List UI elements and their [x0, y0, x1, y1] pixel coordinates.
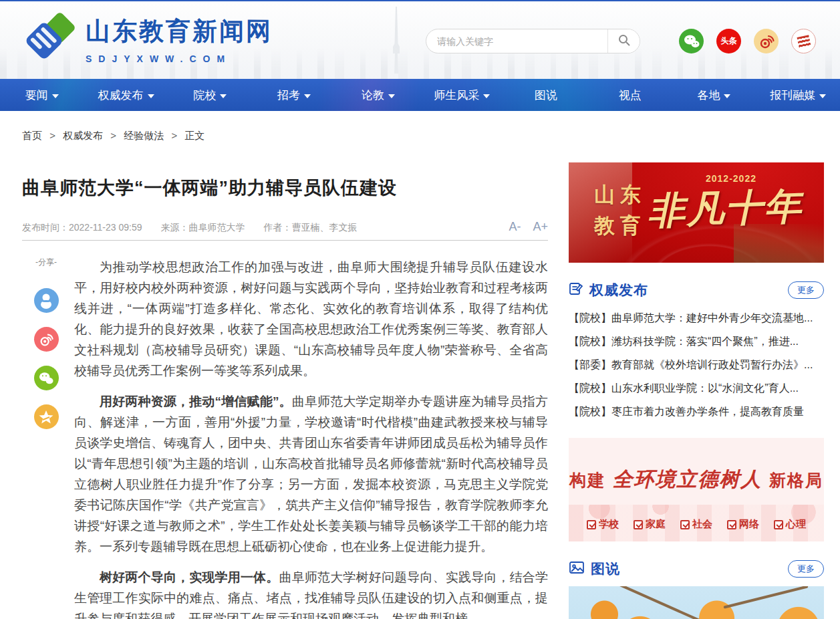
nav-item-shishengfengcai[interactable]: 师生风采: [420, 79, 505, 111]
check-icon: [680, 520, 690, 529]
pictorial-section-header: 图说 更多: [569, 560, 824, 578]
env-tag: 社会: [680, 518, 712, 531]
search-icon: [617, 33, 631, 49]
share-label: -分享-: [22, 257, 70, 268]
env-tag: 家庭: [634, 518, 666, 531]
qq-share-icon[interactable]: [34, 288, 59, 313]
picture-icon: [569, 560, 585, 578]
nav-item-lunjiao[interactable]: 论教: [336, 79, 420, 111]
paragraph: 为推动学校思想政治工作的加强与改进，曲阜师大围绕提升辅导员队伍建设水平，用好校内…: [74, 257, 548, 381]
list-item[interactable]: 【部委】教育部就《校外培训行政处罚暂行办法》...: [569, 353, 824, 376]
chevron-down-icon: [220, 94, 227, 98]
nav-item-gedi[interactable]: 各地: [672, 79, 756, 111]
more-button-pictorial[interactable]: 更多: [788, 560, 824, 578]
chevron-down-icon: [483, 94, 490, 98]
article-author: 作者：曹亚楠、李文振: [264, 222, 358, 234]
page-title: 曲阜师范大学“一体两端”助力辅导员队伍建设: [22, 176, 548, 200]
nav-item-zhaokao[interactable]: 招考: [252, 79, 336, 111]
chevron-down-icon: [52, 94, 59, 98]
chevron-down-icon: [819, 94, 826, 98]
list-item[interactable]: 【院校】枣庄市着力改善办学条件，提高教育质量: [569, 400, 824, 423]
check-icon: [727, 520, 736, 529]
share-rail: -分享-: [22, 257, 70, 619]
authoritative-list: 【院校】曲阜师范大学：建好中外青少年交流基地... 【院校】潍坊科技学院：落实“…: [569, 306, 824, 423]
list-item[interactable]: 【院校】潍坊科技学院：落实“四个聚焦”，推进...: [569, 330, 824, 353]
env-banner-main: 全环境立德树人: [613, 468, 762, 490]
font-increase-button[interactable]: A+: [533, 220, 548, 234]
nav-item-quanweifabu[interactable]: 权威发布: [84, 79, 168, 111]
article-column: 曲阜师范大学“一体两端”助力辅导员队伍建设 发布时间：2022-11-23 09…: [22, 162, 548, 619]
article-meta: 发布时间：2022-11-23 09:59 来源：曲阜师范大学 作者：曹亚楠、李…: [22, 220, 548, 234]
sdjyxww-logo-icon[interactable]: [791, 29, 816, 53]
breadcrumb-subsection[interactable]: 经验做法: [124, 130, 164, 141]
toutiao-icon[interactable]: 头条: [716, 29, 741, 53]
nav-item-shidian[interactable]: 视点: [588, 79, 672, 111]
site-domain: SDJYXWW.COM: [86, 53, 273, 64]
social-links: 头条: [679, 29, 816, 53]
pictorial-photo-persimmons[interactable]: [569, 586, 824, 619]
breadcrumb: 首页 > 权威发布 > 经验做法 > 正文: [22, 130, 840, 142]
weibo-icon[interactable]: [754, 29, 779, 53]
decade-banner[interactable]: 山东 教育 2012-2022 非凡十年: [569, 162, 824, 263]
qzone-share-icon[interactable]: [34, 404, 59, 429]
nav-item-tushuo[interactable]: 图说: [504, 79, 588, 111]
list-item[interactable]: 【院校】山东水利职业学院：以“水润文化”育人...: [569, 376, 824, 400]
chevron-down-icon: [304, 94, 311, 98]
section-title-pictorial: 图说: [591, 560, 620, 578]
breadcrumb-home[interactable]: 首页: [22, 130, 42, 141]
meta-divider: [22, 240, 548, 241]
search-button[interactable]: [607, 29, 640, 53]
list-item[interactable]: 【院校】曲阜师范大学：建好中外青少年交流基地...: [569, 306, 824, 330]
env-tag: 学校: [587, 518, 619, 531]
breadcrumb-section[interactable]: 权威发布: [63, 130, 103, 141]
article-source: 来源：曲阜师范大学: [161, 222, 245, 234]
env-tag: 网络: [727, 518, 759, 531]
site-name: 山东教育新闻网: [86, 15, 273, 48]
authoritative-section-header: 权威发布 更多: [569, 281, 824, 299]
toutiao-label: 头条: [721, 35, 737, 47]
check-icon: [634, 520, 643, 529]
chevron-down-icon: [388, 94, 395, 98]
banner-region-line1: 山东: [594, 180, 646, 211]
banner-years: 2012-2022: [706, 173, 756, 184]
nav-item-baokanrongmei[interactable]: 报刊融媒: [756, 79, 840, 111]
env-banner-prefix: 构建: [569, 471, 605, 489]
environment-banner[interactable]: 构建 全环境立德树人 新格局 学校 家庭 社会 网络 心理: [569, 438, 824, 541]
breadcrumb-current: 正文: [184, 130, 204, 141]
article-body: 为推动学校思想政治工作的加强与改进，曲阜师大围绕提升辅导员队伍建设水平，用好校内…: [74, 257, 548, 619]
main-nav: 要闻 权威发布 院校 招考 论教 师生风采 图说 视点 各地 报刊融媒: [0, 79, 840, 111]
nav-item-yuanxiao[interactable]: 院校: [168, 79, 252, 111]
more-button-authoritative[interactable]: 更多: [788, 281, 824, 299]
env-tag: 心理: [774, 518, 806, 531]
search-bar: [426, 29, 640, 53]
chevron-down-icon: [724, 94, 730, 98]
nav-item-yaowen[interactable]: 要闻: [0, 79, 84, 111]
section-title-authoritative: 权威发布: [589, 281, 648, 299]
site-logo[interactable]: 山东教育新闻网 SDJYXWW.COM: [25, 12, 273, 67]
news-doc-icon: [569, 281, 583, 299]
site-header: 山东教育新闻网 SDJYXWW.COM 头条: [0, 1, 840, 79]
banner-slogan: 非凡十年: [647, 181, 804, 237]
check-icon: [774, 520, 783, 529]
env-banner-suffix: 新格局: [769, 471, 823, 489]
check-icon: [587, 520, 596, 529]
banner-region-line2: 教育: [594, 211, 646, 241]
publish-time: 发布时间：2022-11-23 09:59: [22, 222, 142, 234]
chevron-down-icon: [148, 94, 154, 98]
paragraph: 树好两个导向，实现学用一体。曲阜师范大学树好问题导向、实践导向，结合学生管理工作…: [74, 567, 548, 619]
site-logo-icon: [25, 12, 76, 67]
weibo-share-icon[interactable]: [34, 327, 59, 352]
font-decrease-button[interactable]: A-: [509, 220, 521, 234]
sidebar: 山东 教育 2012-2022 非凡十年 权威发布 更多 【院校】曲阜师范大学：…: [569, 162, 824, 619]
search-input[interactable]: [426, 29, 607, 53]
paragraph: 用好两种资源，推动“增信赋能”。曲阜师范大学定期举办专题讲座为辅导员指方向、解迷…: [74, 391, 548, 557]
wechat-icon[interactable]: [679, 29, 704, 53]
wechat-share-icon[interactable]: [34, 366, 59, 390]
